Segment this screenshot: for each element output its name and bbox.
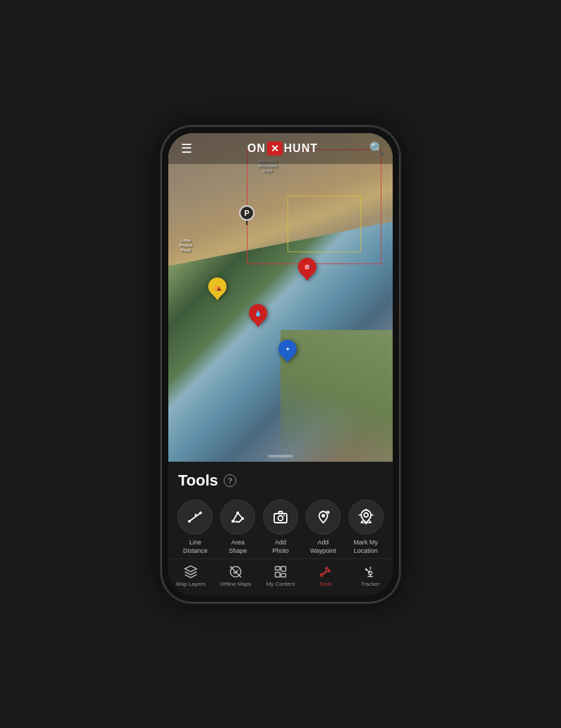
svg-point-4 <box>241 517 244 520</box>
svg-point-6 <box>278 516 283 521</box>
tool-mark-location[interactable]: Mark MyLocation <box>346 500 386 555</box>
tool-label-line: LineDistance <box>183 539 208 555</box>
logo-hunt: HUNT <box>284 142 318 155</box>
tool-circle-waypoint <box>306 500 341 535</box>
help-button[interactable]: ? <box>224 474 236 487</box>
tool-area-shape[interactable]: AreaShape <box>218 500 258 555</box>
nav-item-tracker[interactable]: Tracker <box>348 565 393 587</box>
svg-rect-14 <box>281 573 286 577</box>
tool-circle-line <box>177 500 212 535</box>
tool-label-location: Mark MyLocation <box>353 539 378 555</box>
tools-title: Tools <box>178 472 218 490</box>
hunt-icon1: 🎯 <box>304 263 311 270</box>
top-bar: ☰ ON ✕ HUNT 🔍 <box>168 133 393 164</box>
tool-circle-area <box>220 500 255 535</box>
tool-circle-location <box>349 500 384 535</box>
drag-handle <box>268 455 293 458</box>
nav-label-tools: Tools <box>319 581 332 587</box>
area-shape-icon <box>229 509 246 526</box>
phone-frame: ☰ ON ✕ HUNT 🔍 MATAISZRICHARDA SR LittleP… <box>161 126 400 603</box>
nav-item-my-content[interactable]: My Content <box>258 565 303 587</box>
tool-line-distance[interactable]: LineDistance <box>175 500 215 555</box>
tool-label-waypoint: AddWaypoint <box>310 539 336 555</box>
svg-point-8 <box>321 514 325 518</box>
tool-circle-photo <box>263 500 298 535</box>
svg-point-16 <box>365 568 367 570</box>
svg-point-3 <box>236 511 239 514</box>
map-area[interactable]: ☰ ON ✕ HUNT 🔍 MATAISZRICHARDA SR LittleP… <box>168 133 393 462</box>
camping-icon: ⛺ <box>213 283 222 291</box>
nav-label-my-content: My Content <box>266 581 295 587</box>
tools-nav-icon <box>318 565 332 579</box>
bottom-nav: Map Layers Offline Maps My <box>168 558 393 596</box>
add-photo-icon <box>272 509 289 526</box>
tool-add-waypoint[interactable]: AddWaypoint <box>303 500 343 555</box>
tool-add-photo[interactable]: AddPhoto <box>261 500 301 555</box>
nav-label-map-layers: Map Layers <box>176 581 205 587</box>
svg-point-9 <box>364 513 368 517</box>
svg-point-0 <box>188 520 191 523</box>
water-icon: 💧 <box>255 310 262 316</box>
nav-item-offline-maps[interactable]: Offline Maps <box>213 565 258 587</box>
map-layers-icon <box>184 565 198 579</box>
line-distance-icon <box>187 509 203 526</box>
svg-rect-11 <box>276 566 280 570</box>
tool-label-area: AreaShape <box>229 539 247 555</box>
marker-blue[interactable]: ✦ <box>278 340 297 363</box>
logo: ON ✕ HUNT <box>248 142 318 156</box>
svg-point-1 <box>199 511 202 514</box>
menu-icon[interactable]: ☰ <box>177 141 196 156</box>
marker-water[interactable]: 💧 <box>249 304 267 327</box>
phone-screen: ☰ ON ✕ HUNT 🔍 MATAISZRICHARDA SR LittleP… <box>168 133 393 596</box>
nav-label-tracker: Tracker <box>361 581 380 587</box>
blue-icon: ✦ <box>285 346 290 352</box>
parking-pin: P <box>239 205 255 225</box>
add-waypoint-icon <box>315 509 332 526</box>
svg-rect-12 <box>276 572 280 577</box>
search-icon[interactable]: 🔍 <box>369 141 384 156</box>
tools-grid: LineDistance AreaShape <box>175 500 386 555</box>
svg-rect-13 <box>281 566 286 571</box>
marker-camping[interactable]: ⛺ <box>208 277 227 301</box>
parking-circle: P <box>239 205 255 221</box>
my-content-icon <box>273 565 288 579</box>
marker-hunt1[interactable]: 🎯 <box>298 258 316 281</box>
tools-panel: Tools ? LineDistance <box>168 462 393 558</box>
tracker-icon <box>363 565 377 579</box>
mark-location-icon <box>358 509 374 526</box>
svg-rect-5 <box>274 514 287 523</box>
logo-x: ✕ <box>267 142 283 156</box>
tools-header: Tools ? <box>175 472 386 490</box>
tool-label-photo: AddPhoto <box>272 539 289 555</box>
map-land-overlay <box>280 330 393 462</box>
nav-item-map-layers[interactable]: Map Layers <box>168 565 213 587</box>
parking-stem <box>246 221 248 225</box>
logo-on: ON <box>248 142 266 155</box>
svg-point-7 <box>283 515 285 516</box>
offline-maps-icon <box>229 565 243 579</box>
nav-item-tools[interactable]: Tools <box>303 565 348 587</box>
nav-label-offline-maps: Offline Maps <box>220 581 252 587</box>
svg-point-2 <box>231 520 234 523</box>
